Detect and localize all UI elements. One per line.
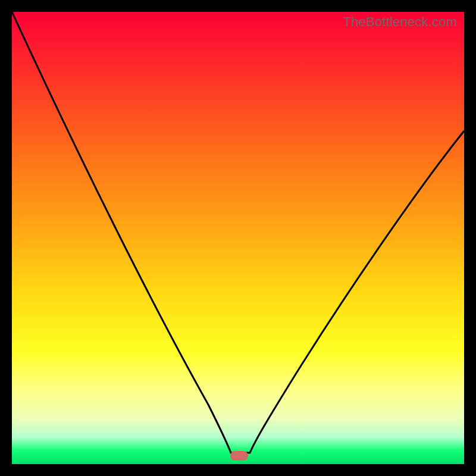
curve-path	[12, 12, 464, 453]
bottleneck-curve	[12, 12, 464, 464]
plot-area: TheBottleneck.com	[12, 12, 464, 464]
chart-frame: TheBottleneck.com	[0, 0, 476, 476]
optimum-marker	[230, 451, 248, 461]
